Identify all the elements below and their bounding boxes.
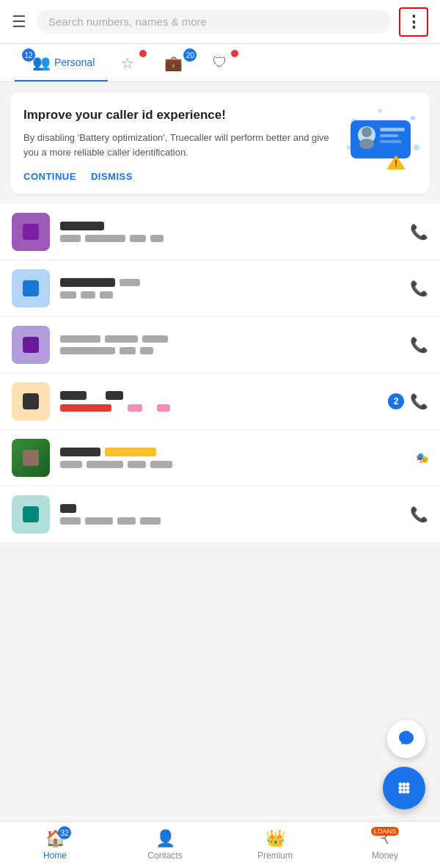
contact-item[interactable]: 2 📞 <box>0 373 440 430</box>
continue-button[interactable]: CONTINUE <box>23 171 76 182</box>
dial-fab-button[interactable] <box>383 767 425 809</box>
call-icon[interactable]: 📞 <box>410 280 428 297</box>
meta-block <box>85 517 113 525</box>
contact-item[interactable]: 🎭 <box>0 430 440 486</box>
contact-actions: 📞 <box>410 506 428 523</box>
avatar-inner <box>23 506 39 522</box>
money-label: Money <box>372 850 398 861</box>
meta-block <box>130 235 146 242</box>
tab-business[interactable]: 💼 20 <box>151 44 199 81</box>
tab-bar: 12 👥 Personal ☆ 💼 20 🛡 <box>0 44 440 82</box>
tab-shield[interactable]: 🛡 <box>199 44 244 81</box>
loans-badge: LOANS <box>371 827 400 836</box>
svg-point-19 <box>403 787 406 790</box>
call-icon[interactable]: 📞 <box>410 223 428 241</box>
svg-point-1 <box>411 116 415 120</box>
contact-item[interactable]: 📞 <box>0 204 440 260</box>
contact-actions: 📞 <box>410 280 428 297</box>
more-dots-icon: ⋮ <box>406 12 422 32</box>
nav-item-money[interactable]: LOANS ₹ Money <box>330 822 440 868</box>
fab-area: + <box>383 720 425 809</box>
contact-actions: 2 📞 <box>388 393 428 410</box>
svg-point-8 <box>359 139 374 149</box>
name-block <box>60 222 104 230</box>
name-block <box>60 278 115 287</box>
nav-item-contacts[interactable]: 👤 Contacts <box>110 822 220 868</box>
business-badge: 20 <box>183 48 197 62</box>
name-block <box>106 391 123 400</box>
contacts-icon: 👤 <box>155 829 175 848</box>
call-icon[interactable]: 📞 <box>410 506 428 523</box>
svg-point-15 <box>399 783 403 787</box>
contact-list: 📞 📞 <box>0 204 440 543</box>
notification-badge: 2 <box>388 393 404 409</box>
dismiss-button[interactable]: DISMISS <box>91 171 133 182</box>
banner-actions: CONTINUE DISMISS <box>23 171 336 182</box>
contact-actions: 🎭 <box>416 452 428 464</box>
tab-favorites[interactable]: ☆ <box>108 44 151 81</box>
favorites-icon: ☆ <box>121 54 134 72</box>
nav-item-premium[interactable]: 👑 Premium <box>220 822 330 868</box>
avatar-square <box>23 450 39 466</box>
nav-item-home[interactable]: 32 🏠 Home <box>0 822 110 868</box>
meta-block <box>60 235 81 242</box>
contact-item[interactable]: 📞 <box>0 486 440 543</box>
avatar <box>12 269 50 307</box>
contact-name-row <box>60 335 410 343</box>
svg-rect-11 <box>380 140 402 143</box>
bottom-nav: 32 🏠 Home 👤 Contacts 👑 Premium LOANS ₹ M… <box>0 821 440 868</box>
caller-id-svg: ! <box>343 107 420 173</box>
contact-info <box>60 278 410 299</box>
home-label: Home <box>43 850 67 861</box>
svg-point-22 <box>403 790 406 794</box>
banner-text: Improve your caller id experience! By di… <box>23 107 343 182</box>
svg-point-20 <box>406 787 410 790</box>
tab-personal[interactable]: 12 👥 Personal <box>15 44 108 81</box>
contact-info <box>60 222 410 242</box>
hamburger-icon[interactable]: ☰ <box>12 12 26 32</box>
svg-point-16 <box>403 783 406 787</box>
avatar-inner <box>23 224 39 240</box>
emoji-icon: 🎭 <box>416 452 428 464</box>
svg-point-21 <box>399 790 403 794</box>
personal-badge: 12 <box>22 48 35 62</box>
contacts-label: Contacts <box>147 850 182 861</box>
business-icon: 💼 <box>164 54 183 72</box>
meta-block <box>150 235 164 242</box>
contact-name-row <box>60 504 410 513</box>
meta-block <box>140 517 161 525</box>
search-bar[interactable]: Search numbers, names & more <box>37 10 392 34</box>
meta-block <box>100 291 113 299</box>
meta-block <box>150 461 172 468</box>
more-options-button[interactable]: ⋮ <box>399 7 428 37</box>
avatar-inner <box>23 280 39 296</box>
call-icon[interactable]: 📞 <box>410 336 428 354</box>
name-block <box>60 504 76 513</box>
avatar <box>12 382 50 420</box>
contact-actions: 📞 <box>410 223 428 241</box>
contact-actions: 📞 <box>410 336 428 354</box>
contact-meta-row <box>60 517 410 525</box>
contact-info <box>60 504 410 525</box>
contact-name-row <box>60 278 410 287</box>
contact-info <box>60 448 416 468</box>
svg-point-7 <box>362 127 372 137</box>
chat-fab-button[interactable]: + <box>387 720 425 758</box>
shield-icon: 🛡 <box>213 54 227 71</box>
svg-point-23 <box>406 790 410 794</box>
call-icon[interactable]: 📞 <box>410 393 428 410</box>
dial-icon <box>394 778 414 798</box>
header: ☰ Search numbers, names & more ⋮ <box>0 0 440 44</box>
meta-block <box>140 347 153 354</box>
meta-block <box>128 461 146 468</box>
meta-block <box>60 347 115 354</box>
contact-item[interactable]: 📞 <box>0 260 440 317</box>
meta-block-red <box>60 404 111 412</box>
contact-meta-row <box>60 347 410 354</box>
contact-item[interactable]: 📞 <box>0 317 440 373</box>
contact-meta-row <box>60 404 388 412</box>
contact-meta-row <box>60 235 410 242</box>
shield-badge <box>231 50 238 57</box>
contact-name-row <box>60 391 388 400</box>
contact-name-row <box>60 222 410 230</box>
